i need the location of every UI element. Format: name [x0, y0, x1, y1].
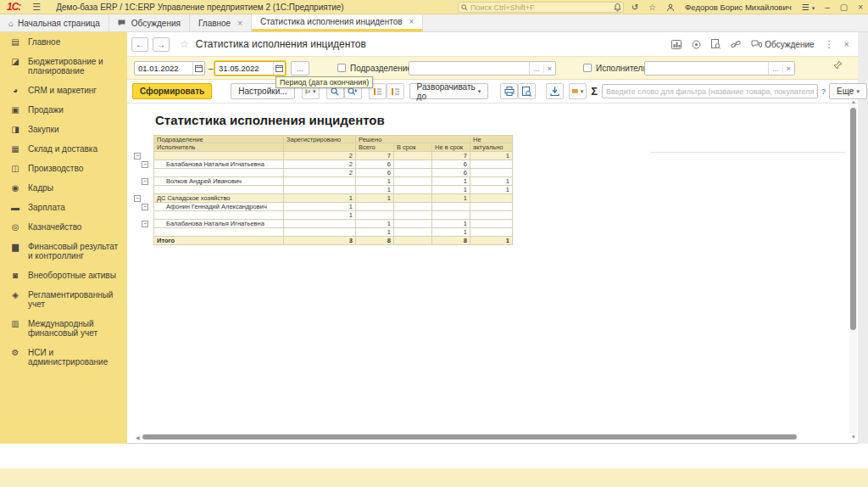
- collapse-group-icon[interactable]: −: [134, 153, 141, 160]
- autosum-icon[interactable]: Σ: [591, 85, 598, 98]
- sidebar-item-6[interactable]: ▦Склад и доставка: [0, 139, 127, 159]
- table-row[interactable]: −Афонин Геннадий Александрович1: [133, 203, 513, 211]
- tab-close-icon[interactable]: ×: [409, 17, 415, 26]
- sidebar-item-14[interactable]: ▥Международный финансовый учет: [0, 314, 127, 343]
- discussion-button[interactable]: Обсуждение: [751, 40, 814, 49]
- horizontal-scrollbar[interactable]: ◀: [136, 434, 849, 440]
- favorites-star-icon[interactable]: ☆: [648, 3, 656, 12]
- calendar-icon[interactable]: [273, 62, 285, 75]
- tab-1[interactable]: ⌂Начальная страница: [0, 14, 109, 31]
- table-row[interactable]: 266: [133, 169, 513, 177]
- window-restore-button[interactable]: ▢: [840, 3, 848, 12]
- period-from-field[interactable]: 01.01.2022: [134, 61, 205, 76]
- collapse-group-icon[interactable]: −: [134, 195, 141, 202]
- generate-button[interactable]: Сформировать: [132, 83, 212, 99]
- more-actions-icon[interactable]: ⋮: [825, 39, 834, 50]
- window-minimize-button[interactable]: –: [825, 3, 830, 12]
- more-button[interactable]: Еще▾: [829, 83, 867, 99]
- sidebar-item-7[interactable]: ◫Производство: [0, 159, 127, 178]
- table-row[interactable]: −Волков Андрей Иванович111: [133, 177, 513, 186]
- department-field[interactable]: ... ×: [409, 61, 556, 76]
- sidebar-item-15[interactable]: ⚙НСИ и администрирование: [0, 343, 127, 372]
- table-total-row[interactable]: Итого3881: [133, 237, 513, 245]
- cell-on-time: [394, 152, 432, 160]
- sidebar-item-4[interactable]: ▣Продажи: [0, 100, 127, 120]
- finance-chart-icon: ▆: [10, 242, 20, 251]
- sidebar-item-5[interactable]: ◨Закупки: [0, 120, 127, 139]
- table-row[interactable]: −Балабанова Наталья Игнатьевна266: [133, 160, 513, 169]
- department-clear-button[interactable]: ×: [543, 64, 555, 73]
- scroll-up-arrow[interactable]: ▲: [851, 99, 856, 104]
- executor-choose-button[interactable]: ...: [769, 64, 782, 73]
- print-icon[interactable]: [500, 83, 518, 99]
- window-close-button[interactable]: ×: [858, 3, 863, 12]
- report-settings-icon[interactable]: [692, 40, 701, 49]
- table-row[interactable]: −ДС Складское хозяйство111: [133, 194, 513, 203]
- tab-label: Начальная страница: [18, 19, 100, 28]
- vertical-scrollbar[interactable]: ▲ ▼: [849, 105, 857, 434]
- discussions-icon: [118, 20, 127, 27]
- sidebar-item-11[interactable]: ▆Финансовый результат и контроллинг: [0, 237, 127, 266]
- sidebar-item-9[interactable]: ▬Зарплата: [0, 198, 127, 217]
- collapse-group-icon[interactable]: −: [142, 204, 148, 210]
- forward-button[interactable]: →: [153, 37, 170, 52]
- scroll-down-arrow[interactable]: ▼: [851, 434, 856, 439]
- tab-3[interactable]: Главное×: [190, 14, 252, 31]
- cell-registered: 3: [284, 237, 356, 245]
- tab-2[interactable]: Обсуждения: [109, 14, 190, 31]
- calendar-icon[interactable]: [192, 62, 204, 75]
- report-panel-icon[interactable]: [671, 40, 682, 49]
- period-dash: –: [209, 61, 214, 76]
- table-row[interactable]: 111: [133, 186, 513, 194]
- support-icon[interactable]: [666, 3, 675, 12]
- sidebar-item-10[interactable]: ◎Казначейство: [0, 217, 127, 237]
- collapse-group-icon[interactable]: −: [142, 178, 148, 185]
- sidebar-item-8[interactable]: ◉Кадры: [0, 178, 127, 198]
- main-menu-icon[interactable]: ☰: [32, 2, 41, 13]
- period-to-field[interactable]: 31.05.2022: [214, 61, 286, 76]
- department-choose-button[interactable]: ...: [530, 64, 543, 73]
- expand-groups-icon[interactable]: [387, 83, 404, 99]
- back-button[interactable]: ←: [131, 37, 148, 52]
- help-button[interactable]: ?: [821, 83, 826, 99]
- history-icon[interactable]: ↺: [632, 3, 638, 12]
- table-row[interactable]: −Балабанова Наталья Игнатьевна11: [133, 220, 513, 228]
- sidebar-item-1[interactable]: ▤Главное: [0, 32, 127, 52]
- executor-clear-button[interactable]: ×: [782, 64, 794, 73]
- sidebar-item-3[interactable]: ◕CRM и маркетинг: [0, 81, 127, 100]
- report-toolbar: Сформировать Настройки... A ▾ Разворачив…: [127, 80, 858, 104]
- sidebar-item-label: CRM и маркетинг: [28, 86, 97, 95]
- table-row[interactable]: 11: [133, 228, 513, 237]
- notifications-bell-icon[interactable]: [614, 3, 621, 12]
- collapse-group-icon[interactable]: −: [142, 161, 148, 168]
- tab-4[interactable]: Статистика исполнения инцидентов×: [252, 14, 423, 31]
- view-settings-icon[interactable]: ☰▾: [802, 3, 815, 12]
- cell-solved-total: 6: [356, 169, 394, 177]
- favorite-star-icon[interactable]: ☆: [180, 38, 189, 50]
- period-more-button[interactable]: ...: [291, 61, 309, 76]
- close-report-icon[interactable]: ×: [844, 39, 849, 49]
- sidebar-item-13[interactable]: ◈Регламентированный учет: [0, 285, 127, 314]
- quick-filter-input[interactable]: Введите слово для фильтра (название това…: [602, 84, 818, 98]
- collapse-group-icon[interactable]: −: [142, 221, 148, 227]
- print-preview-icon[interactable]: [518, 83, 536, 99]
- table-row[interactable]: −2771: [133, 152, 513, 160]
- global-search-input[interactable]: Поиск Ctrl+Shift+F: [458, 2, 624, 13]
- tab-close-icon[interactable]: ×: [237, 19, 242, 28]
- executor-field[interactable]: ... ×: [644, 61, 795, 76]
- vertical-scroll-thumb[interactable]: [850, 108, 856, 330]
- pin-filters-icon[interactable]: [833, 60, 843, 75]
- sidebar-item-2[interactable]: ◪Бюджетирование и планирование: [0, 52, 127, 81]
- save-icon[interactable]: [546, 83, 564, 99]
- department-checkbox[interactable]: [337, 64, 346, 72]
- table-row[interactable]: 1: [133, 211, 513, 220]
- expand-to-button[interactable]: Разворачивать до▾: [409, 83, 489, 99]
- horizontal-scroll-thumb[interactable]: [142, 434, 797, 439]
- get-link-icon[interactable]: [731, 40, 741, 49]
- search-in-report-icon[interactable]: [711, 39, 721, 49]
- scroll-left-arrow[interactable]: ◀: [136, 434, 140, 440]
- sidebar-item-12[interactable]: ◙Внеоборотные активы: [0, 266, 127, 285]
- current-user-name[interactable]: Федоров Борис Михайлович: [685, 3, 792, 12]
- send-mail-icon[interactable]: ▾: [569, 83, 587, 99]
- executor-checkbox[interactable]: [583, 64, 592, 72]
